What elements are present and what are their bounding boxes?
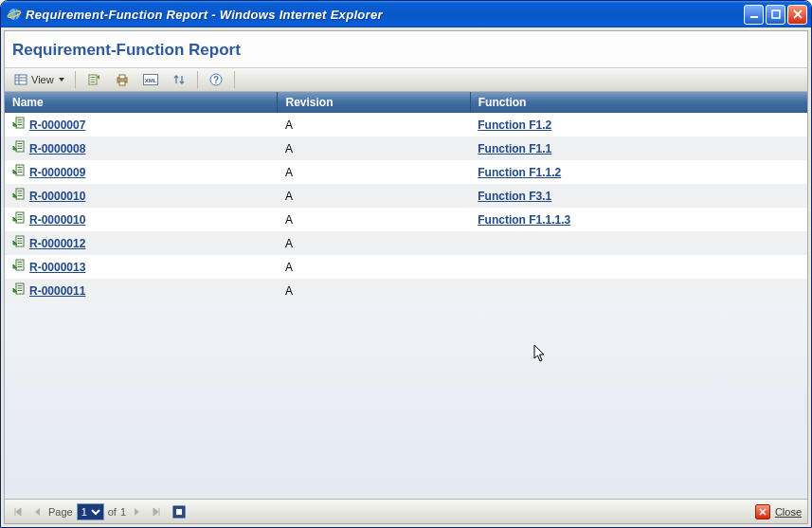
pager-page-select[interactable]: 1	[77, 503, 104, 520]
pager-stop-button[interactable]	[171, 504, 187, 519]
window-maximize-button[interactable]	[766, 5, 785, 25]
revision-cell: A	[278, 279, 470, 302]
pager-page-label: Page	[48, 506, 73, 518]
function-link[interactable]: Function F1.1.2	[478, 166, 561, 179]
svg-rect-13	[119, 75, 125, 79]
ie-logo-icon	[7, 7, 22, 22]
column-header-function[interactable]: Function	[470, 92, 807, 113]
column-header-revision[interactable]: Revision	[278, 92, 470, 113]
table-row: R-0000013A	[5, 255, 807, 279]
app-window: Requirement-Function Report - Windows In…	[0, 0, 812, 528]
table-row: R-0000008AFunction F1.1	[5, 137, 807, 160]
window-title: Requirement-Function Report - Windows In…	[26, 8, 744, 22]
revision-cell: A	[278, 137, 470, 160]
requirement-icon	[12, 164, 26, 180]
svg-rect-2	[750, 16, 758, 18]
pager-next-button[interactable]	[130, 504, 145, 519]
view-label: View	[31, 74, 54, 85]
pager-total: 1	[120, 506, 126, 518]
svg-text:XML: XML	[144, 78, 156, 83]
requirement-icon	[12, 282, 26, 299]
function-cell-empty	[470, 231, 807, 255]
sort-button[interactable]	[167, 70, 191, 89]
xml-icon: XML	[143, 72, 158, 87]
help-icon: ?	[208, 72, 224, 87]
requirement-icon	[12, 140, 26, 156]
requirement-link[interactable]: R-0000010	[29, 190, 85, 203]
column-header-name[interactable]: Name	[5, 92, 278, 113]
pager: Page 1 of 1	[10, 503, 187, 520]
requirement-icon	[12, 259, 26, 275]
revision-cell: A	[278, 113, 470, 137]
function-link[interactable]: Function F1.2	[478, 118, 551, 132]
pager-first-button[interactable]	[10, 504, 26, 519]
window-close-button[interactable]	[787, 5, 807, 25]
xml-export-button[interactable]: XML	[138, 70, 163, 89]
window-minimize-button[interactable]	[744, 5, 764, 25]
toolbar: View	[5, 67, 807, 92]
requirement-link[interactable]: R-0000010	[29, 213, 85, 227]
svg-rect-52	[176, 509, 182, 515]
table-icon	[13, 72, 28, 87]
toolbar-separator	[75, 71, 76, 88]
svg-rect-3	[772, 10, 780, 18]
footer-bar: Page 1 of 1	[5, 499, 807, 523]
revision-cell: A	[278, 184, 470, 208]
client-area: Requirement-Function Report View	[4, 30, 808, 524]
svg-text:?: ?	[213, 75, 219, 85]
window-titlebar: Requirement-Function Report - Windows In…	[1, 1, 811, 27]
chevron-down-icon	[59, 78, 64, 82]
function-link[interactable]: Function F1.1.1.3	[478, 213, 570, 227]
revision-cell: A	[278, 231, 470, 255]
print-button[interactable]	[110, 70, 135, 89]
function-link[interactable]: Function F1.1	[478, 142, 551, 155]
pager-last-button[interactable]	[149, 504, 164, 519]
view-dropdown-button[interactable]: View	[9, 70, 69, 89]
table-row: R-0000012A	[5, 231, 807, 255]
table-row: R-0000007AFunction F1.2	[5, 113, 807, 137]
toolbar-separator	[234, 71, 235, 88]
function-cell-empty	[470, 279, 807, 302]
sort-icon	[171, 72, 187, 87]
table-scroll-area[interactable]: Name Revision Function R-0000007AFunctio…	[5, 92, 807, 499]
requirement-link[interactable]: R-0000007	[29, 118, 85, 132]
function-cell-empty	[470, 255, 807, 279]
requirement-icon	[12, 117, 26, 133]
requirement-link[interactable]: R-0000008	[29, 142, 85, 155]
print-icon	[115, 72, 130, 87]
function-link[interactable]: Function F3.1	[478, 190, 551, 203]
svg-rect-4	[15, 75, 27, 84]
svg-rect-14	[119, 82, 125, 85]
requirement-link[interactable]: R-0000011	[29, 284, 85, 298]
pager-of-label: of	[108, 506, 117, 518]
revision-cell: A	[278, 208, 470, 231]
table-row: R-0000010AFunction F1.1.1.3	[5, 208, 807, 231]
table-row: R-0000009AFunction F1.1.2	[5, 160, 807, 184]
requirement-link[interactable]: R-0000012	[29, 237, 85, 250]
requirement-icon	[12, 188, 26, 204]
close-report-button[interactable]: Close	[755, 504, 802, 519]
page-title: Requirement-Function Report	[5, 31, 807, 67]
requirement-link[interactable]: R-0000009	[29, 166, 85, 179]
revision-cell: A	[278, 160, 470, 184]
requirement-icon	[12, 235, 26, 251]
close-label: Close	[775, 506, 802, 518]
table-row: R-0000011A	[5, 279, 807, 302]
refresh-button[interactable]	[81, 70, 106, 89]
help-button[interactable]: ?	[204, 70, 228, 89]
revision-cell: A	[278, 255, 470, 279]
close-icon	[755, 504, 770, 519]
requirement-icon	[12, 211, 26, 228]
table-row: R-0000010AFunction F3.1	[5, 184, 807, 208]
toolbar-separator	[197, 71, 198, 88]
requirement-link[interactable]: R-0000013	[29, 261, 85, 274]
pager-prev-button[interactable]	[29, 504, 45, 519]
report-table: Name Revision Function R-0000007AFunctio…	[5, 92, 807, 302]
refresh-icon	[86, 72, 101, 87]
